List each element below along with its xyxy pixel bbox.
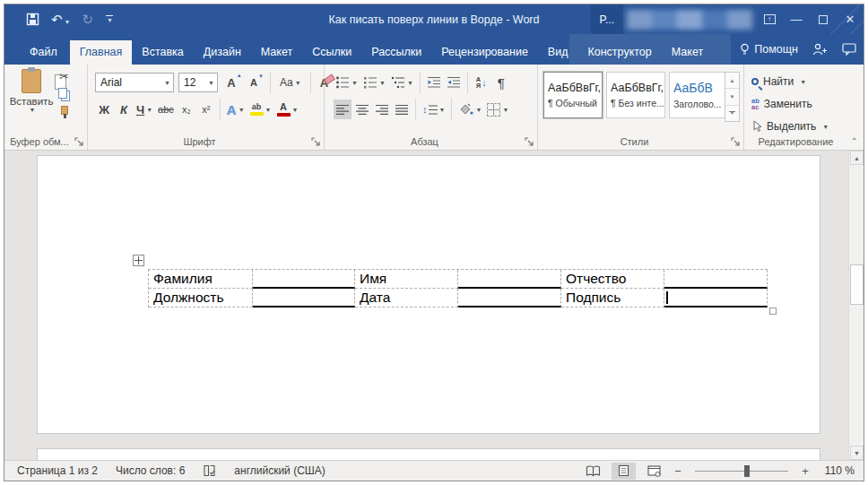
table-move-handle[interactable] <box>133 255 144 266</box>
font-name-combobox[interactable]: Arial▼ <box>95 73 174 92</box>
style-normal[interactable]: АаБбВвГг, ¶ Обычный <box>543 72 603 118</box>
minimize-button[interactable]: — <box>783 4 810 34</box>
tab-file[interactable]: Файл <box>17 40 70 65</box>
table-cell-blank[interactable] <box>458 270 561 289</box>
tab-table-design[interactable]: Конструктор <box>577 40 661 65</box>
cut-icon[interactable]: ✂ <box>59 70 69 83</box>
style-heading1[interactable]: АаБбВ Заголово... <box>669 72 728 118</box>
tab-references[interactable]: Ссылки <box>302 40 361 65</box>
tab-view[interactable]: Вид <box>538 40 578 65</box>
tell-me-button[interactable]: Помощн <box>740 43 798 56</box>
undo-button[interactable]: ↶▼ <box>51 12 71 28</box>
comments-icon[interactable] <box>842 43 856 56</box>
dialog-launcher-icon[interactable] <box>525 137 534 147</box>
zoom-level[interactable]: 110 % <box>817 464 855 477</box>
copy-icon[interactable] <box>58 88 67 99</box>
strikethrough-button[interactable]: abc <box>156 100 176 119</box>
styles-scroll-down-button[interactable]: ▼ <box>725 89 739 105</box>
align-right-button[interactable] <box>373 100 391 119</box>
redo-icon[interactable]: ↻ <box>82 13 94 26</box>
replace-button[interactable]: abacЗаменить <box>751 94 812 114</box>
styles-scroll-up-button[interactable]: ▲ <box>725 73 739 89</box>
sort-button[interactable]: АЯ↓ <box>473 73 490 92</box>
justify-button[interactable] <box>393 100 411 119</box>
table-cell[interactable]: Подпись <box>561 289 664 307</box>
tab-insert[interactable]: Вставка <box>132 40 193 65</box>
scroll-up-button[interactable]: ▲ <box>850 151 864 165</box>
bold-button[interactable]: Ж <box>95 100 113 119</box>
table-cell-blank[interactable] <box>458 289 561 307</box>
read-mode-button[interactable] <box>581 463 605 480</box>
zoom-out-button[interactable]: − <box>673 464 683 478</box>
table-cell[interactable]: Отчество <box>561 270 664 289</box>
show-marks-button[interactable]: ¶ <box>492 73 510 92</box>
zoom-in-button[interactable]: + <box>800 464 811 478</box>
font-color-button[interactable]: А ▼ <box>275 100 300 119</box>
grow-font-button[interactable]: A▲ <box>222 73 240 92</box>
italic-button[interactable]: К <box>115 100 133 119</box>
highlight-color-button[interactable]: ab ▼ <box>248 100 273 119</box>
table-cell-active[interactable] <box>664 289 768 307</box>
word-count[interactable]: Число слов: 6 <box>116 464 185 477</box>
shrink-font-button[interactable]: A▼ <box>245 73 263 92</box>
table-cell[interactable]: Имя <box>355 270 458 289</box>
font-size-combobox[interactable]: 12▼ <box>178 73 218 92</box>
increase-indent-button[interactable] <box>445 73 463 92</box>
customize-qat-button[interactable]: ▼ <box>105 15 113 23</box>
multilevel-list-button[interactable]: ▼ <box>389 73 415 92</box>
align-center-button[interactable] <box>353 100 371 119</box>
tab-design[interactable]: Дизайн <box>194 40 251 65</box>
superscript-button[interactable]: x² <box>197 100 215 119</box>
zoom-slider[interactable] <box>695 471 788 472</box>
numbering-button[interactable]: ▼ <box>361 73 387 92</box>
dialog-launcher-icon[interactable] <box>731 137 741 147</box>
print-layout-button[interactable] <box>612 463 636 480</box>
decrease-indent-button[interactable] <box>425 73 443 92</box>
format-painter-icon[interactable] <box>61 106 68 115</box>
underline-button[interactable]: Ч▼ <box>135 100 154 119</box>
save-icon[interactable] <box>26 13 39 26</box>
borders-button[interactable]: ▼ <box>485 100 510 119</box>
close-button[interactable]: ✕ <box>837 4 864 34</box>
subscript-button[interactable]: x₂ <box>178 100 195 119</box>
styles-more-button[interactable]: ▼ <box>725 106 739 121</box>
select-button[interactable]: Выделить▼ <box>751 117 829 136</box>
table-cell[interactable]: Должность <box>149 289 253 307</box>
proofing-icon[interactable] <box>203 464 216 477</box>
table-cell-blank[interactable] <box>253 289 355 307</box>
language-indicator[interactable]: английский (США) <box>234 464 325 477</box>
share-person-icon[interactable] <box>812 43 828 56</box>
tab-layout[interactable]: Макет <box>251 40 302 65</box>
tab-mailings[interactable]: Рассылки <box>361 40 431 65</box>
collapse-ribbon-button[interactable]: ⌃ <box>851 136 858 146</box>
maximize-button[interactable] <box>810 4 837 34</box>
scroll-down-button[interactable]: ▼ <box>850 446 864 460</box>
text-effects-button[interactable]: A▼ <box>225 100 247 119</box>
table-cell-blank[interactable] <box>664 270 768 289</box>
scrollbar-thumb[interactable] <box>850 264 864 305</box>
document-page-2[interactable] <box>37 448 820 460</box>
table-cell-blank[interactable] <box>253 270 355 289</box>
document-page-1[interactable]: Фамилия Имя Отчество Должность Дата Подп… <box>37 155 820 434</box>
shading-button[interactable]: ▼ <box>456 100 483 119</box>
paste-button[interactable]: Вставить ▼ <box>10 69 53 113</box>
line-spacing-button[interactable]: ↕▼ <box>421 100 447 119</box>
tab-table-layout[interactable]: Макет <box>662 40 713 65</box>
table-cell[interactable]: Фамилия <box>149 270 253 289</box>
table-cell[interactable]: Дата <box>355 289 458 307</box>
bullets-button[interactable]: ▼ <box>334 73 360 92</box>
account-button[interactable]: P... <box>591 4 623 34</box>
table-resize-handle[interactable] <box>769 307 777 315</box>
vertical-scrollbar[interactable]: ▲ ▼ <box>848 151 864 460</box>
page-indicator[interactable]: Страница 1 из 2 <box>17 464 98 477</box>
tab-home[interactable]: Главная <box>70 40 133 65</box>
find-button[interactable]: Найти▼ <box>751 72 806 91</box>
dialog-launcher-icon[interactable] <box>74 137 84 147</box>
zoom-slider-thumb[interactable] <box>744 465 750 477</box>
style-no-spacing[interactable]: АаБбВвГг, ¶ Без инте... <box>606 72 665 118</box>
align-left-button[interactable] <box>334 100 352 119</box>
dialog-launcher-icon[interactable] <box>311 137 321 147</box>
account-name-blurred[interactable] <box>627 10 752 30</box>
tab-review[interactable]: Рецензирование <box>431 40 538 65</box>
change-case-button[interactable]: Aa▼ <box>278 73 303 92</box>
